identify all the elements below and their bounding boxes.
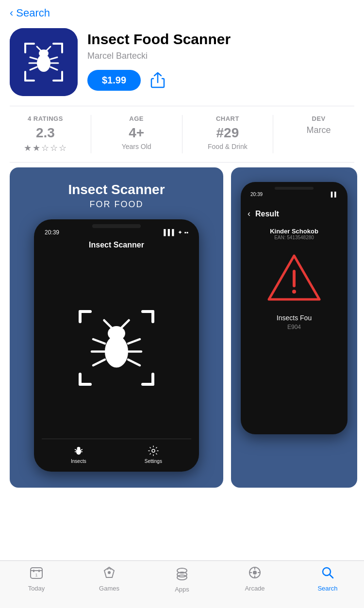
dev-value: Marce xyxy=(278,125,359,135)
tab-apps[interactable]: Apps xyxy=(146,566,218,593)
svg-line-15 xyxy=(50,57,57,59)
e-code: E904 xyxy=(248,324,341,330)
svg-line-30 xyxy=(93,339,105,344)
screenshots-scroll[interactable]: Insect Scanner FOR FOOD 20:39 ▌▌▌ ✦ ▪▪ I… xyxy=(0,163,364,493)
svg-line-28 xyxy=(104,320,112,328)
app-icon-svg xyxy=(19,38,68,86)
svg-point-50 xyxy=(108,571,111,574)
star-1: ★ xyxy=(24,143,32,153)
svg-line-33 xyxy=(128,339,140,344)
svg-point-42 xyxy=(152,449,155,452)
back-nav[interactable]: ‹ Search xyxy=(0,0,364,23)
screenshot-title-1: Insect Scanner xyxy=(68,182,165,197)
result-header: ‹ Result xyxy=(248,209,341,219)
dev-label: DEV xyxy=(278,115,359,122)
back-label[interactable]: Search xyxy=(16,7,50,19)
screenshot-card-1: Insect Scanner FOR FOOD 20:39 ▌▌▌ ✦ ▪▪ I… xyxy=(10,167,223,488)
insects-found: Insects Fou xyxy=(248,314,341,322)
phone-bottom-bar: Insects Settings xyxy=(42,439,191,464)
svg-line-14 xyxy=(30,67,37,70)
age-sublabel: Years Old xyxy=(96,143,177,150)
chart-value: #29 xyxy=(187,125,268,141)
ratings-label: 4 RATINGS xyxy=(5,115,86,122)
svg-rect-23 xyxy=(79,373,82,386)
main-content: ‹ Search xyxy=(0,0,364,540)
svg-point-55 xyxy=(253,571,257,575)
product-name: Kinder Schokob xyxy=(248,228,341,235)
svg-rect-19 xyxy=(79,310,82,323)
svg-line-10 xyxy=(37,47,41,50)
phone-status-1: 20:39 ▌▌▌ ✦ ▪▪ xyxy=(42,229,191,236)
share-icon xyxy=(150,72,165,88)
app-header: Insect Food Scanner Marcel Bartecki $1.9… xyxy=(0,23,364,106)
app-icon-inner xyxy=(10,28,78,96)
chart-label: CHART xyxy=(187,115,268,122)
ratings-stars: ★ ★ ☆ ☆ ☆ xyxy=(5,143,86,153)
tab-arcade-label: Arcade xyxy=(245,585,265,592)
result-back-chevron: ‹ xyxy=(248,209,250,219)
phone-bug-icon xyxy=(73,257,160,439)
star-4: ☆ xyxy=(50,143,58,153)
apps-icon xyxy=(175,566,189,584)
stats-bar: 4 RATINGS 2.3 ★ ★ ☆ ☆ ☆ AGE 4+ Years Old… xyxy=(0,106,364,162)
phone-screen-title-1: Insect Scanner xyxy=(89,241,144,249)
app-title: Insect Food Scanner xyxy=(87,31,354,48)
svg-line-61 xyxy=(330,575,333,578)
svg-line-32 xyxy=(93,360,105,365)
svg-rect-7 xyxy=(61,71,63,82)
chart-stat: CHART #29 Food & Drink xyxy=(182,115,274,153)
ratings-stat: 4 RATINGS 2.3 ★ ★ ☆ ☆ ☆ xyxy=(0,115,91,153)
svg-line-29 xyxy=(122,320,129,328)
today-icon: 1 xyxy=(30,566,43,583)
tab-games[interactable]: Games xyxy=(73,566,146,592)
svg-line-11 xyxy=(47,47,50,50)
tab-today-label: Today xyxy=(28,585,45,592)
phone-signal: ▌▌▌ ✦ ▪▪ xyxy=(164,229,188,236)
svg-line-17 xyxy=(50,67,57,70)
tab-today[interactable]: 1 Today xyxy=(0,566,73,592)
svg-point-44 xyxy=(292,290,296,294)
phone-tab-settings-label: Settings xyxy=(145,459,162,464)
games-icon xyxy=(102,566,116,583)
tab-arcade[interactable]: Arcade xyxy=(218,566,291,592)
tab-bar: 1 Today Games Apps xyxy=(0,560,364,608)
warning-triangle xyxy=(248,251,341,304)
tab-apps-label: Apps xyxy=(175,586,189,593)
share-button[interactable] xyxy=(150,72,165,88)
phone-time-2: 20:39 xyxy=(250,192,263,197)
search-icon xyxy=(321,566,334,583)
phone-signal-2: ▌▌ xyxy=(331,192,338,197)
app-actions: $1.99 xyxy=(87,70,354,91)
star-2: ★ xyxy=(33,143,40,153)
arcade-icon xyxy=(248,566,262,583)
svg-line-12 xyxy=(30,57,37,59)
phone-tab-insects: Insects xyxy=(71,445,86,464)
tab-search-label: Search xyxy=(317,585,337,592)
back-chevron: ‹ xyxy=(10,7,13,19)
svg-point-37 xyxy=(77,447,80,450)
phone-mockup-1: 20:39 ▌▌▌ ✦ ▪▪ Insect Scanner xyxy=(34,219,199,472)
dev-stat: DEV Marce xyxy=(273,115,364,153)
svg-line-38 xyxy=(75,449,77,450)
svg-text:1: 1 xyxy=(35,573,37,577)
phone-tab-insects-label: Insects xyxy=(71,459,86,464)
svg-line-35 xyxy=(128,360,140,365)
app-developer: Marcel Bartecki xyxy=(87,51,354,61)
tab-games-label: Games xyxy=(99,585,119,592)
tab-search[interactable]: Search xyxy=(291,566,364,592)
star-5: ☆ xyxy=(59,143,66,153)
svg-point-27 xyxy=(108,326,125,341)
age-value: 4+ xyxy=(96,125,177,141)
screenshot-subtitle-1: FOR FOOD xyxy=(90,199,144,210)
price-button[interactable]: $1.99 xyxy=(87,70,141,91)
svg-rect-21 xyxy=(151,310,154,323)
age-stat: AGE 4+ Years Old xyxy=(91,115,182,153)
phone-tab-settings: Settings xyxy=(145,445,162,464)
phone-mockup-2: 20:39 ▌▌ ‹ Result Kinder Schokob EAN: 54… xyxy=(241,182,347,434)
app-icon xyxy=(10,28,78,96)
svg-rect-48 xyxy=(38,570,40,572)
svg-point-60 xyxy=(323,568,331,575)
svg-rect-1 xyxy=(24,43,26,53)
phone-status-2: 20:39 ▌▌ xyxy=(248,192,341,197)
svg-line-40 xyxy=(81,449,83,450)
